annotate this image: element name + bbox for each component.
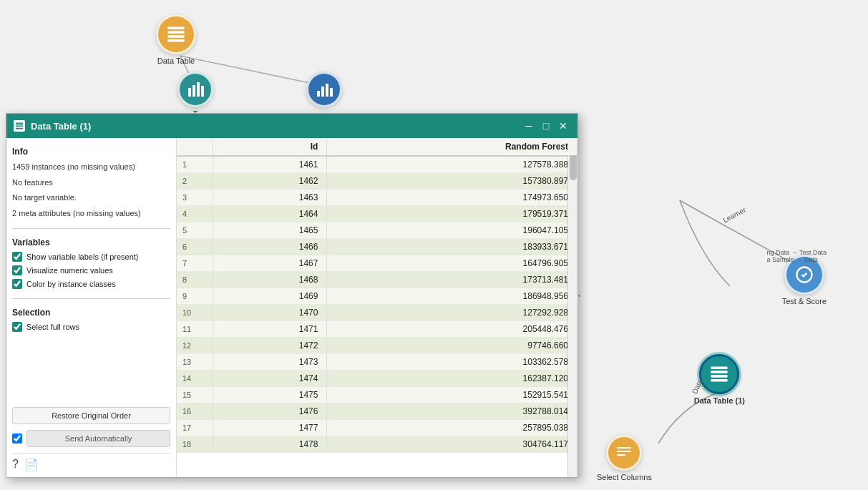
- visualize-numeric-row: Visualize numeric values: [12, 265, 170, 275]
- meta-info: 2 meta attributes (no missing values): [12, 207, 170, 220]
- table-row[interactable]: 12147297746.660: [177, 338, 577, 354]
- svg-rect-7: [188, 88, 191, 97]
- maximize-button[interactable]: □: [539, 119, 553, 133]
- svg-rect-17: [711, 375, 728, 378]
- svg-rect-19: [617, 447, 631, 449]
- cell-row-num: 16: [177, 403, 213, 420]
- svg-rect-6: [167, 39, 184, 42]
- cell-random-forest: 157380.897: [327, 173, 577, 190]
- document-icon[interactable]: 📄: [24, 458, 39, 471]
- svg-rect-22: [16, 123, 23, 124]
- visualize-numeric-label: Visualize numeric values: [26, 266, 113, 275]
- target-info: No target variable.: [12, 192, 170, 205]
- cell-row-num: 4: [177, 206, 213, 222]
- cell-id: 1469: [213, 288, 327, 305]
- show-labels-checkbox[interactable]: [12, 252, 22, 262]
- cell-row-num: 12: [177, 338, 213, 354]
- node-bar-chart-2[interactable]: [306, 72, 342, 107]
- table-row[interactable]: 111471205448.476: [177, 321, 577, 338]
- cell-id: 1465: [213, 222, 327, 239]
- col-header-id: Id: [213, 138, 327, 156]
- close-button[interactable]: ✕: [556, 119, 570, 133]
- send-automatically-button[interactable]: Send Automatically: [26, 430, 170, 447]
- cell-random-forest: 127578.388: [327, 156, 577, 173]
- cell-row-num: 2: [177, 173, 213, 190]
- help-icon[interactable]: ?: [12, 458, 19, 471]
- svg-rect-12: [321, 87, 324, 97]
- node-data-table[interactable]: Data Table: [156, 14, 196, 65]
- send-automatically-checkbox[interactable]: [12, 433, 22, 444]
- table-row[interactable]: 181478304764.117: [177, 436, 577, 453]
- cell-random-forest: 183933.671: [327, 239, 577, 255]
- svg-rect-16: [711, 371, 728, 373]
- svg-rect-8: [192, 85, 195, 97]
- dialog-title-icon: [14, 120, 25, 132]
- table-row[interactable]: 21462157380.897: [177, 173, 577, 190]
- svg-rect-21: [617, 454, 625, 456]
- color-by-classes-checkbox[interactable]: [12, 279, 22, 289]
- svg-rect-15: [711, 367, 728, 370]
- dialog-title-area: Data Table (1): [14, 120, 91, 132]
- table-row[interactable]: 81468173713.481: [177, 272, 577, 288]
- divider-2: [12, 298, 170, 299]
- table-row[interactable]: 51465196047.105: [177, 222, 577, 239]
- table-row[interactable]: 131473103362.578: [177, 354, 577, 371]
- minimize-button[interactable]: ─: [522, 119, 536, 133]
- cell-random-forest: 257895.038: [327, 420, 577, 436]
- table-row[interactable]: 171477257895.038: [177, 420, 577, 436]
- cell-random-forest: 392788.014: [327, 403, 577, 420]
- cell-id: 1474: [213, 371, 327, 387]
- node-select-columns-label: Select Columns: [597, 473, 652, 481]
- learner-label: Learner: [721, 206, 747, 225]
- cell-random-forest: 152915.541: [327, 387, 577, 403]
- training-label: ng Data → Test Data a Sample → Data: [767, 249, 826, 263]
- show-labels-label: Show variable labels (if present): [26, 253, 139, 261]
- table-row[interactable]: 31463174973.650: [177, 190, 577, 206]
- node-select-columns[interactable]: Select Columns: [597, 435, 652, 481]
- node-data-table-1-label: Data Table (1): [694, 396, 745, 405]
- cell-row-num: 9: [177, 288, 213, 305]
- node-bar-chart-1[interactable]: T: [177, 72, 213, 118]
- cell-random-forest: 127292.928: [327, 305, 577, 321]
- table-row[interactable]: 161476392788.014: [177, 403, 577, 420]
- cell-id: 1467: [213, 255, 327, 272]
- send-automatically-row: Send Automatically: [12, 430, 170, 447]
- visualize-numeric-checkbox[interactable]: [12, 265, 22, 275]
- cell-random-forest: 162387.120: [327, 371, 577, 387]
- table-row[interactable]: 91469186948.956: [177, 288, 577, 305]
- cell-id: 1471: [213, 321, 327, 338]
- cell-row-num: 8: [177, 272, 213, 288]
- cell-id: 1476: [213, 403, 327, 420]
- table-row[interactable]: 61466183933.671: [177, 239, 577, 255]
- select-full-rows-label: Select full rows: [26, 323, 79, 331]
- table-row[interactable]: 141474162387.120: [177, 371, 577, 387]
- info-section-title: Info: [12, 147, 170, 157]
- cell-row-num: 11: [177, 321, 213, 338]
- node-data-table-1[interactable]: Data Table (1): [694, 354, 745, 405]
- scrollbar-track[interactable]: [567, 138, 577, 477]
- cell-random-forest: 103362.578: [327, 354, 577, 371]
- divider-1: [12, 228, 170, 229]
- cell-row-num: 13: [177, 354, 213, 371]
- table-row[interactable]: 151475152915.541: [177, 387, 577, 403]
- left-panel: Info 1459 instances (no missing values) …: [6, 138, 177, 477]
- table-row[interactable]: 101470127292.928: [177, 305, 577, 321]
- dialog-body: Info 1459 instances (no missing values) …: [6, 138, 577, 477]
- features-info: No features: [12, 177, 170, 190]
- show-labels-row: Show variable labels (if present): [12, 252, 170, 262]
- restore-original-order-button[interactable]: Restore Original Order: [12, 407, 170, 424]
- select-full-rows-checkbox[interactable]: [12, 322, 22, 332]
- cell-random-forest: 186948.956: [327, 288, 577, 305]
- dialog-window-controls: ─ □ ✕: [522, 119, 570, 133]
- svg-rect-10: [201, 86, 204, 97]
- table-row[interactable]: 41464179519.371: [177, 206, 577, 222]
- table-container[interactable]: Id Random Forest 11461127578.38821462157…: [177, 138, 577, 477]
- svg-rect-14: [330, 88, 333, 97]
- table-row[interactable]: 71467164796.905: [177, 255, 577, 272]
- cell-id: 1468: [213, 272, 327, 288]
- cell-id: 1466: [213, 239, 327, 255]
- cell-random-forest: 164796.905: [327, 255, 577, 272]
- table-row[interactable]: 11461127578.388: [177, 156, 577, 173]
- cell-random-forest: 173713.481: [327, 272, 577, 288]
- svg-rect-9: [197, 82, 200, 97]
